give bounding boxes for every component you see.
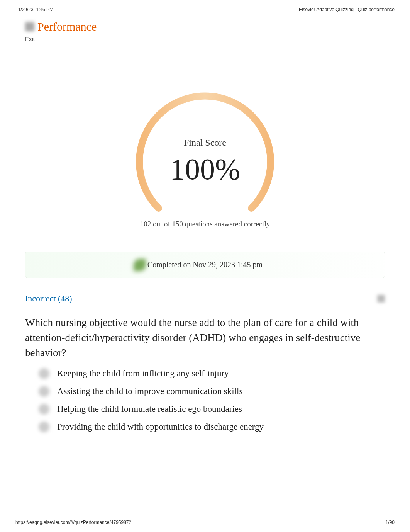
radio-icon	[39, 404, 49, 415]
answer-option[interactable]: Providing the child with opportunities t…	[39, 422, 385, 432]
completion-text: Completed on Nov 29, 2023 1:45 pm	[147, 260, 263, 269]
answer-list: Keeping the child from inflicting any se…	[25, 368, 385, 432]
radio-icon	[39, 422, 49, 432]
print-footer: https://eaqng.elsevier.com/#/quizPerform…	[15, 520, 395, 525]
page-header: Performance Exit	[0, 12, 410, 42]
radio-icon	[39, 368, 49, 379]
back-icon[interactable]	[25, 22, 34, 31]
incorrect-header[interactable]: Incorrect (48)	[25, 294, 385, 304]
incorrect-label: Incorrect (48)	[25, 294, 72, 304]
answer-text: Helping the child formulate realistic eg…	[57, 404, 242, 414]
print-header: 11/29/23, 1:46 PM Elsevier Adaptive Quiz…	[0, 0, 410, 12]
question-text: Which nursing objective would the nurse …	[25, 315, 385, 360]
page-title: Performance	[37, 20, 97, 33]
answer-text: Keeping the child from inflicting any se…	[57, 369, 229, 379]
chevron-down-icon	[377, 295, 385, 303]
exit-link[interactable]: Exit	[25, 36, 410, 42]
answer-option[interactable]: Assisting the child to improve communica…	[39, 386, 385, 397]
answer-option[interactable]: Helping the child formulate realistic eg…	[39, 404, 385, 415]
final-score-value: 100%	[170, 152, 240, 187]
answer-text: Assisting the child to improve communica…	[57, 386, 242, 396]
radio-icon	[39, 386, 49, 397]
answer-text: Providing the child with opportunities t…	[57, 422, 264, 432]
print-title: Elsevier Adaptive Quizzing - Quiz perfor…	[299, 7, 395, 12]
score-section: Final Score 100% 102 out of 150 question…	[0, 92, 410, 228]
final-score-label: Final Score	[184, 138, 226, 148]
checkmark-icon	[134, 259, 146, 271]
footer-url: https://eaqng.elsevier.com/#/quizPerform…	[15, 520, 131, 525]
print-datetime: 11/29/23, 1:46 PM	[15, 7, 53, 12]
footer-page: 1/90	[386, 520, 395, 525]
score-ring: Final Score 100%	[132, 92, 278, 216]
completion-banner: Completed on Nov 29, 2023 1:45 pm	[25, 252, 385, 278]
title-row: Performance	[25, 20, 410, 33]
answer-option[interactable]: Keeping the child from inflicting any se…	[39, 368, 385, 379]
incorrect-section: Incorrect (48) Which nursing objective w…	[0, 278, 410, 432]
